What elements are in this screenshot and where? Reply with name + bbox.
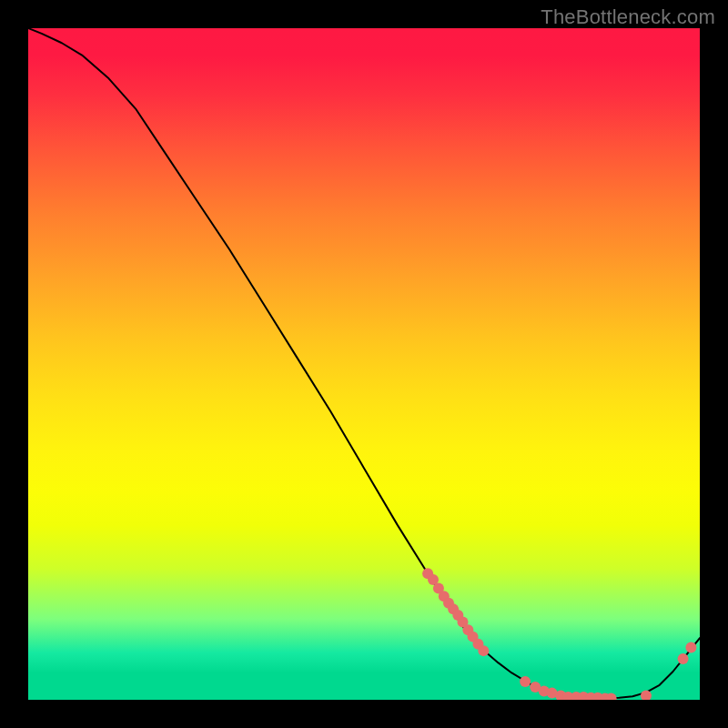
marker-point [520,676,531,687]
marker-point [478,645,489,656]
watermark-text: TheBottleneck.com [541,5,715,29]
plot-svg [28,28,700,700]
marker-point [641,691,652,700]
curve-line [28,28,700,699]
plot-area [28,28,700,700]
marker-point [678,653,689,664]
marker-group [422,568,696,700]
marker-point [685,642,696,652]
chart-container: TheBottleneck.com [0,0,728,728]
